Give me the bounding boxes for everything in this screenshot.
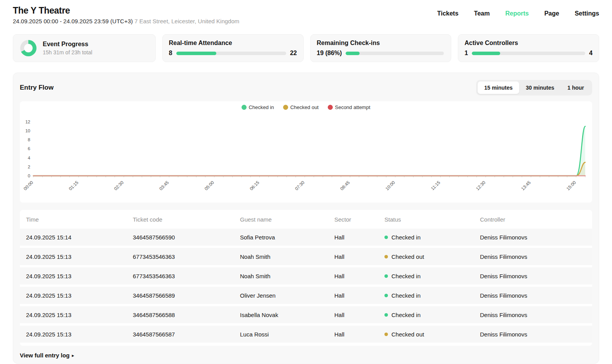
table-row: 24.09.2025 15:13 3464587566588 Isabella … — [20, 306, 592, 323]
table-row: 24.09.2025 15:13 3464587566587 Luca Ross… — [20, 326, 592, 343]
legend-label: Checked out — [290, 104, 318, 110]
page-title: The Y Theatre — [13, 5, 239, 16]
cell-sector: Hall — [334, 292, 384, 299]
col-time: Time — [26, 216, 133, 223]
attendance-progress-bar — [176, 52, 286, 55]
cell-status: Checked out — [384, 331, 480, 338]
cell-guest: Noah Smith — [240, 273, 334, 279]
controllers-current: 1 — [464, 50, 468, 57]
cell-status: Checked in — [384, 312, 480, 318]
cell-guest: Luca Rossi — [240, 331, 334, 338]
col-controller: Controller — [480, 216, 592, 223]
status-label: Checked in — [391, 273, 421, 279]
svg-text:6: 6 — [28, 146, 30, 151]
status-label: Checked out — [391, 331, 424, 338]
nav-settings[interactable]: Settings — [575, 10, 599, 17]
nav-tickets[interactable]: Tickets — [437, 10, 459, 17]
legend-second-attempt: Second attempt — [328, 104, 370, 110]
attendance-current: 8 — [169, 50, 172, 57]
entry-log-table: Time Ticket code Guest name Sector Statu… — [20, 210, 592, 346]
entry-flow-chart-panel: Checked in Checked out Second attempt 02… — [20, 101, 592, 203]
cell-status: Checked in — [384, 273, 480, 279]
cell-ticket: 3464587566590 — [133, 234, 240, 241]
active-controllers-card: Active Controllers 1 4 — [458, 34, 599, 62]
attendance-card: Real-time Attendance 8 22 — [162, 34, 304, 62]
event-progress-donut-chart — [20, 40, 37, 56]
cell-time: 24.09.2025 15:13 — [26, 312, 133, 318]
svg-text:07:30: 07:30 — [294, 180, 305, 191]
event-progress-subtitle: 15h 31m of 23h total — [43, 49, 92, 55]
cell-ticket: 3464587566587 — [133, 331, 240, 338]
range-option-15-minutes[interactable]: 15 minutes — [478, 81, 519, 94]
cell-time: 24.09.2025 15:14 — [26, 234, 133, 241]
svg-text:08:45: 08:45 — [339, 180, 351, 191]
cell-ticket: 6773453546363 — [133, 253, 240, 260]
stat-cards-row: Event Progress 15h 31m of 23h total Real… — [0, 31, 612, 62]
svg-text:12:30: 12:30 — [475, 180, 486, 191]
legend-checked-in: Checked in — [242, 104, 274, 110]
remaining-checkins-card: Remaining Check-ins 19 (86%) — [310, 34, 452, 62]
svg-text:03:45: 03:45 — [158, 180, 170, 191]
view-full-entry-log-link[interactable]: View full entry log ▸ — [20, 352, 592, 359]
table-row: 24.09.2025 15:13 6773453546363 Noah Smit… — [20, 248, 592, 265]
svg-text:01:15: 01:15 — [68, 180, 79, 191]
cell-ticket: 6773453546363 — [133, 273, 240, 279]
entry-flow-section: Entry Flow 15 minutes 30 minutes 1 hour … — [13, 73, 599, 364]
svg-text:4: 4 — [28, 156, 31, 160]
status-dot-icon — [384, 236, 388, 239]
time-range-toggle: 15 minutes 30 minutes 1 hour — [476, 80, 592, 95]
cell-sector: Hall — [334, 312, 384, 318]
cell-time: 24.09.2025 15:13 — [26, 331, 133, 338]
table-header-row: Time Ticket code Guest name Sector Statu… — [20, 210, 592, 229]
status-dot-icon — [384, 274, 388, 278]
cell-sector: Hall — [334, 331, 384, 338]
event-header: The Y Theatre 24.09.2025 00:00 - 24.09.2… — [13, 5, 239, 24]
link-label: View full entry log — [20, 352, 70, 359]
table-row: 24.09.2025 15:14 3464587566590 Sofia Pet… — [20, 229, 592, 246]
svg-text:13:45: 13:45 — [520, 180, 532, 191]
svg-text:11:15: 11:15 — [430, 180, 441, 191]
range-option-30-minutes[interactable]: 30 minutes — [519, 81, 561, 94]
table-row: 24.09.2025 15:13 6773453546363 Noah Smit… — [20, 267, 592, 284]
svg-text:0: 0 — [28, 173, 30, 178]
svg-text:02:30: 02:30 — [113, 180, 125, 191]
col-ticket-code: Ticket code — [133, 216, 240, 223]
nav-team[interactable]: Team — [474, 10, 490, 17]
event-meta: 24.09.2025 00:00 - 24.09.2025 23:59 (UTC… — [13, 18, 239, 24]
status-label: Checked in — [391, 234, 421, 241]
status-dot-icon — [384, 255, 388, 258]
legend-checked-out: Checked out — [283, 104, 318, 110]
cell-sector: Hall — [334, 273, 384, 279]
svg-text:10: 10 — [25, 128, 30, 133]
checked-in-dot-icon — [242, 105, 247, 110]
remaining-label: 19 (86%) — [317, 50, 342, 57]
svg-text:8: 8 — [28, 137, 30, 142]
svg-text:10:00: 10:00 — [384, 180, 396, 191]
col-sector: Sector — [334, 216, 384, 223]
remaining-progress-bar — [346, 52, 444, 55]
nav-page[interactable]: Page — [544, 10, 559, 17]
cell-controller: Deniss Filimonovs — [480, 273, 592, 279]
status-dot-icon — [384, 294, 388, 297]
status-label: Checked out — [391, 253, 424, 260]
cell-controller: Deniss Filimonovs — [480, 331, 592, 338]
event-progress-card: Event Progress 15h 31m of 23h total — [13, 34, 156, 62]
legend-label: Second attempt — [335, 104, 370, 110]
cell-guest: Sofia Petrova — [240, 234, 334, 241]
cell-sector: Hall — [334, 234, 384, 241]
remaining-progress: 19 (86%) — [317, 50, 445, 57]
col-guest-name: Guest name — [240, 216, 334, 223]
main-nav: Tickets Team Reports Page Settings — [437, 10, 599, 17]
entry-flow-title: Entry Flow — [20, 84, 54, 92]
cell-controller: Deniss Filimonovs — [480, 234, 592, 241]
entry-flow-header: Entry Flow 15 minutes 30 minutes 1 hour — [20, 80, 592, 96]
attendance-total: 22 — [290, 50, 297, 57]
card-title: Active Controllers — [464, 40, 593, 47]
cell-status: Checked in — [384, 292, 480, 299]
legend-label: Checked in — [249, 104, 274, 110]
svg-text:00:00: 00:00 — [23, 180, 34, 191]
status-dot-icon — [384, 313, 388, 317]
nav-reports[interactable]: Reports — [505, 10, 529, 17]
range-option-1-hour[interactable]: 1 hour — [561, 81, 591, 94]
status-label: Checked in — [391, 292, 421, 299]
